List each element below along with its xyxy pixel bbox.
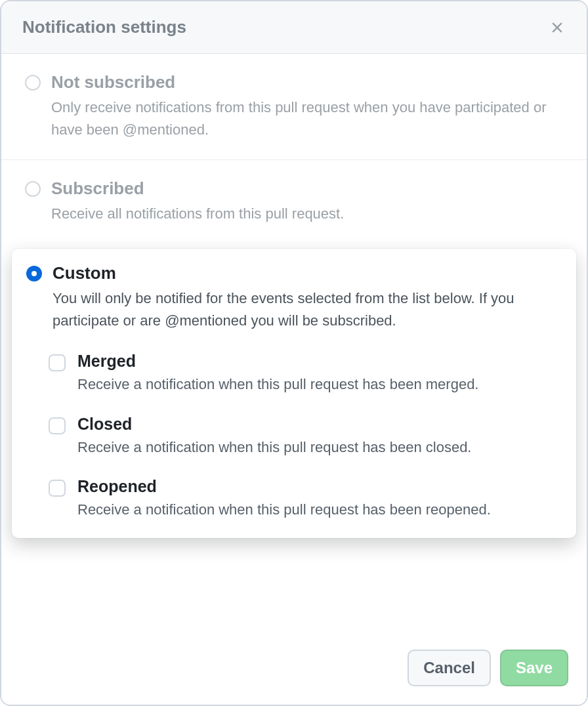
event-title: Reopened [77, 477, 491, 496]
close-icon[interactable] [549, 19, 566, 36]
event-title: Merged [77, 352, 478, 371]
option-desc: Only receive notifications from this pul… [51, 96, 563, 141]
option-title: Subscribed [51, 178, 563, 199]
option-title: Not subscribed [51, 72, 563, 93]
option-desc: You will only be notified for the events… [52, 287, 562, 332]
event-title: Closed [77, 415, 471, 434]
custom-event-list: Merged Receive a notification when this … [49, 352, 562, 520]
radio-subscribed[interactable] [25, 181, 41, 197]
option-not-subscribed[interactable]: Not subscribed Only receive notification… [1, 54, 587, 160]
event-desc: Receive a notification when this pull re… [77, 373, 478, 396]
dialog-header: Notification settings [1, 1, 587, 54]
event-merged[interactable]: Merged Receive a notification when this … [49, 352, 562, 396]
radio-not-subscribed[interactable] [25, 75, 41, 91]
checkbox-closed[interactable] [49, 417, 66, 434]
event-desc: Receive a notification when this pull re… [77, 436, 471, 459]
checkbox-merged[interactable] [49, 354, 66, 371]
option-custom[interactable]: Custom You will only be notified for the… [12, 249, 576, 537]
checkbox-reopened[interactable] [49, 480, 66, 497]
radio-custom[interactable] [26, 266, 42, 281]
save-button[interactable]: Save [500, 650, 568, 686]
option-desc: Receive all notifications from this pull… [51, 203, 563, 225]
cancel-button[interactable]: Cancel [408, 650, 491, 686]
event-reopened[interactable]: Reopened Receive a notification when thi… [49, 477, 562, 521]
notification-settings-dialog: Notification settings Not subscribed Onl… [0, 0, 588, 706]
option-title: Custom [52, 263, 562, 283]
event-closed[interactable]: Closed Receive a notification when this … [49, 415, 562, 459]
dialog-title: Notification settings [22, 17, 186, 37]
option-subscribed[interactable]: Subscribed Receive all notifications fro… [1, 160, 587, 243]
event-desc: Receive a notification when this pull re… [77, 499, 491, 521]
dialog-footer: Cancel Save [1, 634, 587, 705]
